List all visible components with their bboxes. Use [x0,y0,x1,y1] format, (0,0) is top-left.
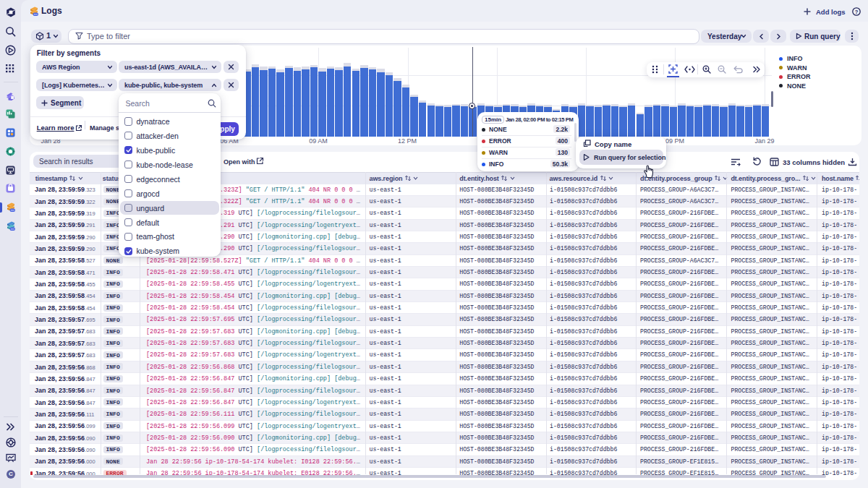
svg-text:?: ? [855,9,859,15]
